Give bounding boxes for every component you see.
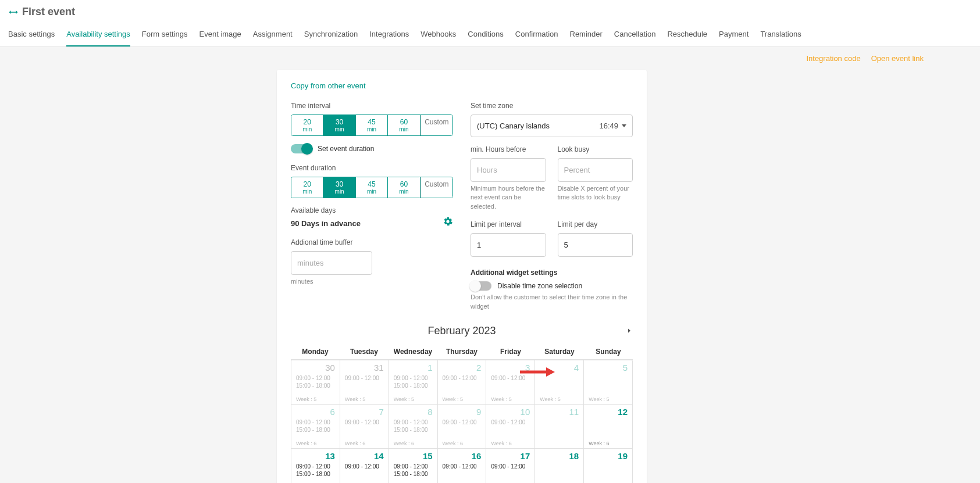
- seg-event-duration-30[interactable]: 30min: [323, 177, 355, 198]
- calendar-cell[interactable]: 309:00 - 12:00Week : 5: [486, 360, 535, 404]
- disable-timezone-label: Disable time zone selection: [497, 282, 582, 290]
- time-interval-segments: 20min30min45min60minCustom: [291, 115, 453, 136]
- tab-reminder[interactable]: Reminder: [570, 23, 603, 46]
- calendar-dayhead-thursday: Thursday: [437, 344, 486, 359]
- calendar-cell[interactable]: 1009:00 - 12:00Week : 6: [486, 405, 535, 448]
- available-days-label: Available days: [291, 206, 361, 214]
- calendar-cell[interactable]: 18Week : 7: [535, 449, 584, 483]
- calendar-dayhead-monday: Monday: [291, 344, 340, 359]
- min-hours-input[interactable]: [471, 158, 546, 182]
- additional-buffer-helper: minutes: [291, 277, 453, 286]
- swap-icon: [8, 7, 19, 17]
- calendar-dayhead-tuesday: Tuesday: [340, 344, 389, 359]
- event-duration-label: Event duration: [291, 164, 453, 172]
- look-busy-input[interactable]: [558, 158, 633, 182]
- calendar-day-header: MondayTuesdayWednesdayThursdayFridaySatu…: [291, 344, 633, 360]
- timezone-label: Set time zone: [471, 102, 633, 110]
- set-event-duration-toggle[interactable]: [291, 144, 312, 153]
- seg-event-duration-60[interactable]: 60min: [388, 177, 420, 198]
- timezone-time: 16:49: [599, 121, 618, 130]
- calendar-cell[interactable]: 809:00 - 12:0015:00 - 18:00Week : 6: [389, 405, 438, 448]
- additional-buffer-input[interactable]: [291, 251, 372, 275]
- seg-time-interval-45[interactable]: 45min: [356, 115, 388, 135]
- tab-reschedule[interactable]: Reschedule: [667, 23, 707, 46]
- calendar-cell[interactable]: 12Week : 6: [584, 405, 632, 448]
- additional-widget-label: Additional widget settings: [471, 269, 633, 277]
- available-days-value: 90 Days in advance: [291, 219, 361, 228]
- calendar-cell[interactable]: 1509:00 - 12:0015:00 - 18:00Week : 7: [389, 449, 438, 483]
- calendar-dayhead-sunday: Sunday: [584, 344, 633, 359]
- tab-webhooks[interactable]: Webhooks: [420, 23, 456, 46]
- seg-event-duration-custom[interactable]: Custom: [420, 177, 452, 198]
- calendar-cell[interactable]: 1409:00 - 12:00Week : 7: [340, 449, 389, 483]
- calendar-cell[interactable]: 609:00 - 12:0015:00 - 18:00Week : 6: [291, 405, 340, 448]
- set-event-duration-label: Set event duration: [318, 145, 374, 153]
- tab-form-settings[interactable]: Form settings: [142, 23, 188, 46]
- calendar-cell[interactable]: 11: [535, 405, 584, 448]
- tab-payment[interactable]: Payment: [719, 23, 749, 46]
- limit-day-label: Limit per day: [558, 220, 633, 228]
- calendar-cell[interactable]: 1709:00 - 12:00Week : 7: [486, 449, 535, 483]
- tab-event-image[interactable]: Event image: [199, 23, 241, 46]
- timezone-select[interactable]: (UTC) Canary islands 16:49: [471, 115, 633, 137]
- min-hours-helper: Minimum hours before the next event can …: [471, 184, 546, 211]
- disable-timezone-helper: Don't allow the customer to select their…: [471, 293, 633, 311]
- calendar-cell[interactable]: 19Week : 7: [584, 449, 632, 483]
- tabs-nav: Basic settingsAvailability settingsForm …: [0, 23, 980, 46]
- calendar-cell[interactable]: 1309:00 - 12:0015:00 - 18:00Week : 7: [291, 449, 340, 483]
- time-interval-label: Time interval: [291, 102, 453, 110]
- tab-basic-settings[interactable]: Basic settings: [8, 23, 55, 46]
- limit-interval-input[interactable]: [471, 233, 546, 257]
- tab-synchronization[interactable]: Synchronization: [304, 23, 358, 46]
- chevron-down-icon: [622, 124, 626, 127]
- timezone-value: (UTC) Canary islands: [477, 121, 550, 130]
- open-event-link[interactable]: Open event link: [871, 54, 924, 63]
- seg-event-duration-45[interactable]: 45min: [356, 177, 388, 198]
- look-busy-label: Look busy: [558, 145, 633, 153]
- look-busy-helper: Disable X percent of your time slots to …: [558, 184, 633, 202]
- page-title: First event: [22, 6, 75, 18]
- calendar-body: 3009:00 - 12:0015:00 - 18:00Week : 53109…: [291, 360, 633, 483]
- integration-code-link[interactable]: Integration code: [806, 54, 860, 63]
- calendar-dayhead-friday: Friday: [486, 344, 535, 359]
- event-duration-segments: 20min30min45min60minCustom: [291, 177, 453, 198]
- seg-time-interval-60[interactable]: 60min: [388, 115, 420, 135]
- calendar-cell[interactable]: 109:00 - 12:0015:00 - 18:00Week : 5: [389, 360, 438, 404]
- calendar-cell[interactable]: 3109:00 - 12:00Week : 5: [340, 360, 389, 404]
- calendar-cell[interactable]: 909:00 - 12:00Week : 6: [438, 405, 487, 448]
- calendar-next-button[interactable]: [626, 325, 633, 337]
- seg-time-interval-30[interactable]: 30min: [323, 115, 355, 135]
- tab-availability-settings[interactable]: Availability settings: [66, 23, 130, 46]
- additional-buffer-label: Addional time buffer: [291, 238, 453, 246]
- calendar-cell[interactable]: 3009:00 - 12:0015:00 - 18:00Week : 5: [291, 360, 340, 404]
- tab-assignment[interactable]: Assignment: [253, 23, 293, 46]
- seg-event-duration-20[interactable]: 20min: [291, 177, 323, 198]
- gear-icon[interactable]: [443, 216, 453, 229]
- calendar-title: February 2023: [427, 325, 496, 337]
- calendar-cell[interactable]: 209:00 - 12:00Week : 5: [438, 360, 487, 404]
- calendar-dayhead-wednesday: Wednesday: [389, 344, 437, 359]
- calendar-cell[interactable]: 5Week : 5: [584, 360, 632, 404]
- disable-timezone-toggle[interactable]: [471, 281, 491, 291]
- calendar-dayhead-saturday: Saturday: [535, 344, 584, 359]
- calendar-cell[interactable]: 709:00 - 12:00Week : 6: [340, 405, 389, 448]
- limit-day-input[interactable]: [558, 233, 633, 257]
- copy-from-other-event-link[interactable]: Copy from other event: [291, 81, 366, 90]
- tab-confirmation[interactable]: Confirmation: [515, 23, 558, 46]
- tab-conditions[interactable]: Conditions: [468, 23, 503, 46]
- tab-translations[interactable]: Translations: [760, 23, 801, 46]
- tab-cancellation[interactable]: Cancellation: [614, 23, 656, 46]
- seg-time-interval-20[interactable]: 20min: [291, 115, 323, 135]
- min-hours-label: min. Hours before: [471, 145, 546, 153]
- seg-time-interval-custom[interactable]: Custom: [420, 115, 452, 135]
- limit-interval-label: Limit per interval: [471, 220, 546, 228]
- tab-integrations[interactable]: Integrations: [369, 23, 409, 46]
- calendar-cell[interactable]: 4Week : 5: [535, 360, 584, 404]
- calendar-cell[interactable]: 1609:00 - 12:00Week : 7: [438, 449, 487, 483]
